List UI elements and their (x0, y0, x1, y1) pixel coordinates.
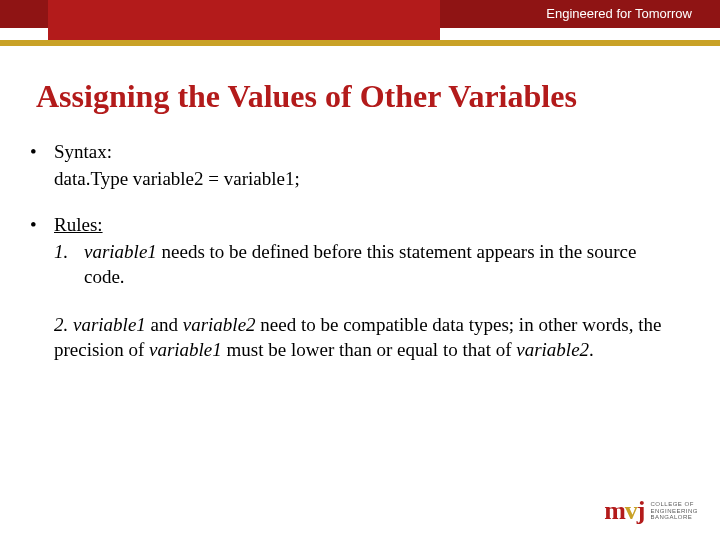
rule-2-var4: variable2 (516, 339, 589, 360)
bullet-dot: • (30, 140, 54, 165)
logo-j: j (637, 496, 645, 525)
rule-2-var3: variable1 (149, 339, 222, 360)
rule-2-num: 2. (54, 314, 73, 335)
logo-line1: COLLEGE OF (650, 501, 698, 508)
rule-2-t1: and (146, 314, 183, 335)
rule-1-number: 1. (54, 240, 84, 289)
syntax-label: Syntax: (54, 140, 112, 165)
footer-logo: mvj COLLEGE OF ENGINEERING BANGALORE (604, 496, 698, 526)
rule-2-var2: variable2 (183, 314, 256, 335)
header-gold-stripe (0, 40, 720, 46)
logo-text: COLLEGE OF ENGINEERING BANGALORE (650, 501, 698, 521)
header-tab (48, 0, 440, 40)
rule-2-t4: . (589, 339, 594, 360)
slide-content: • Syntax: data.Type variable2 = variable… (30, 140, 690, 363)
rules-label: Rules: (54, 213, 103, 238)
logo-v: v (625, 496, 637, 525)
syntax-bullet: • Syntax: (30, 140, 690, 165)
rule-2: 2. variable1 and variable2 need to be co… (54, 313, 690, 362)
rule-1-text: needs to be defined before this statemen… (84, 241, 636, 287)
rules-bullet: • Rules: (30, 213, 690, 238)
rule-1-body: variable1 needs to be defined before thi… (84, 240, 690, 289)
logo-mark: mvj (604, 496, 644, 526)
rule-2-t3: must be lower than or equal to that of (222, 339, 516, 360)
rule-1: 1. variable1 needs to be defined before … (54, 240, 690, 289)
logo-m: m (604, 496, 625, 525)
syntax-line: data.Type variable2 = variable1; (54, 167, 690, 192)
bullet-dot: • (30, 213, 54, 238)
logo-line3: BANGALORE (650, 514, 698, 521)
rule-2-var1: variable1 (73, 314, 146, 335)
header-tagline: Engineered for Tomorrow (546, 6, 692, 21)
rule-1-var: variable1 (84, 241, 157, 262)
logo-line2: ENGINEERING (650, 508, 698, 515)
slide-title: Assigning the Values of Other Variables (36, 78, 696, 115)
